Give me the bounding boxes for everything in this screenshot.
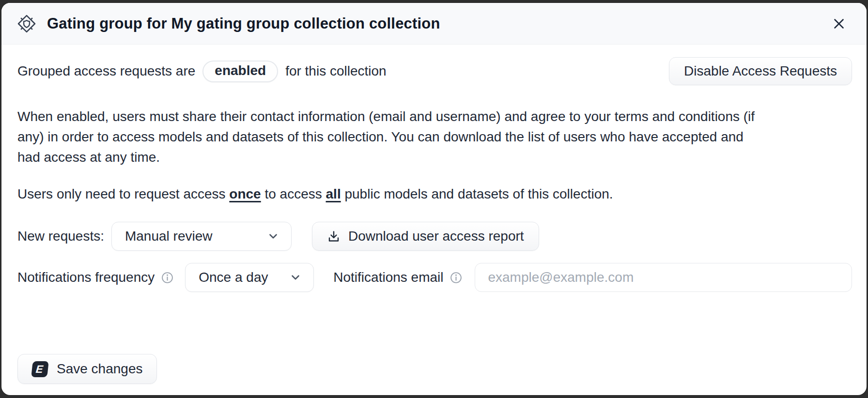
enterprise-e-icon: E <box>31 361 48 377</box>
modal-title: Gating group for My gating group collect… <box>47 15 440 32</box>
once-line-post: public models and datasets of this colle… <box>341 186 613 201</box>
download-button-label: Download user access report <box>348 229 524 244</box>
status-post-text: for this collection <box>285 63 387 79</box>
modal-body: Grouped access requests are enabled for … <box>1 45 867 395</box>
modal-header: Gating group for My gating group collect… <box>1 3 867 45</box>
status-text: Grouped access requests are enabled for … <box>17 61 387 82</box>
notifications-email-label: Notifications email <box>333 270 443 285</box>
status-row: Grouped access requests are enabled for … <box>17 57 852 85</box>
download-icon <box>327 230 341 243</box>
save-button-label: Save changes <box>57 361 142 377</box>
save-changes-button[interactable]: E Save changes <box>17 354 157 384</box>
download-user-access-report-button[interactable]: Download user access report <box>312 222 539 251</box>
once-line-bold-all: all <box>326 186 341 201</box>
close-button[interactable] <box>828 13 850 35</box>
new-requests-selected-value: Manual review <box>125 229 213 244</box>
disable-access-requests-button[interactable]: Disable Access Requests <box>669 57 852 85</box>
notifications-frequency-label: Notifications frequency <box>17 270 155 285</box>
notifications-frequency-selected-value: Once a day <box>199 270 268 285</box>
info-icon[interactable] <box>161 272 173 284</box>
close-icon <box>831 15 847 32</box>
description-paragraph: When enabled, users must share their con… <box>17 107 766 168</box>
gate-shield-icon <box>16 13 37 34</box>
chevron-down-icon <box>267 230 279 243</box>
gating-group-modal: Gating group for My gating group collect… <box>1 3 867 395</box>
once-line-bold-once: once <box>229 186 261 201</box>
once-line-mid: to access <box>261 186 326 201</box>
once-access-line: Users only need to request access once t… <box>17 184 852 204</box>
notifications-frequency-select[interactable]: Once a day <box>185 263 314 292</box>
new-requests-label: New requests: <box>17 229 104 244</box>
chevron-down-icon <box>289 271 302 284</box>
status-pre-text: Grouped access requests are <box>17 63 195 79</box>
once-line-pre: Users only need to request access <box>17 186 229 201</box>
status-badge: enabled <box>202 61 278 82</box>
new-requests-select[interactable]: Manual review <box>111 222 292 251</box>
notifications-row: Notifications frequency Once a day Notif… <box>17 263 852 292</box>
new-requests-row: New requests: Manual review Dow <box>17 222 852 251</box>
save-row: E Save changes <box>17 354 852 384</box>
notifications-email-input[interactable] <box>475 263 852 292</box>
info-icon[interactable] <box>450 272 462 284</box>
